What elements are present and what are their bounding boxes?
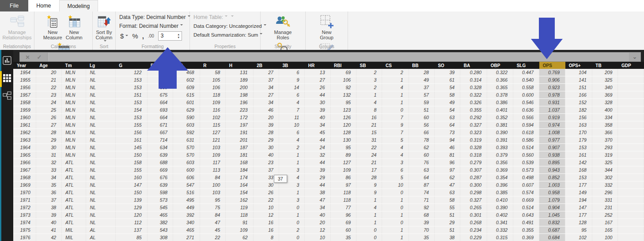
- cell[interactable]: 28: [36, 129, 61, 136]
- cell[interactable]: 10: [253, 204, 279, 211]
- cell[interactable]: 1: [382, 99, 409, 106]
- cell[interactable]: 0.514: [513, 204, 539, 211]
- cell[interactable]: [618, 174, 644, 181]
- cell[interactable]: 0.974: [539, 121, 565, 129]
- cell[interactable]: 8: [356, 106, 382, 114]
- cell[interactable]: 1: [279, 211, 304, 219]
- cell[interactable]: 0: [382, 204, 409, 211]
- cell[interactable]: 392: [173, 211, 200, 219]
- cell[interactable]: 449: [173, 204, 200, 211]
- cell[interactable]: 0.643: [513, 211, 539, 219]
- cell[interactable]: 96: [330, 211, 356, 219]
- cell[interactable]: 73: [434, 129, 460, 136]
- cell[interactable]: 0.314: [460, 76, 487, 84]
- cell[interactable]: ATL: [62, 211, 86, 219]
- cell[interactable]: 714: [147, 136, 173, 144]
- cell[interactable]: 71: [409, 196, 434, 204]
- cell[interactable]: 0.393: [487, 144, 513, 151]
- cell[interactable]: 603: [173, 159, 200, 166]
- cell[interactable]: 30: [253, 144, 279, 151]
- cell[interactable]: 127: [330, 159, 356, 166]
- column-header-so[interactable]: SO: [434, 62, 460, 69]
- cell[interactable]: 7: [382, 129, 409, 136]
- cell[interactable]: 16: [356, 114, 382, 121]
- cell[interactable]: 84: [200, 174, 226, 181]
- cell[interactable]: NL: [86, 76, 115, 84]
- cell[interactable]: 2: [356, 69, 382, 76]
- cell[interactable]: 1957: [13, 91, 36, 99]
- cell[interactable]: NL: [86, 189, 115, 196]
- cell[interactable]: 0.402: [487, 211, 513, 219]
- cell[interactable]: 37: [409, 84, 434, 91]
- cell[interactable]: 0.328: [460, 84, 487, 91]
- cell[interactable]: MLN: [62, 144, 86, 151]
- cell[interactable]: 7: [382, 114, 409, 121]
- cell[interactable]: 149: [565, 189, 592, 196]
- cell[interactable]: 0: [279, 234, 304, 241]
- cell[interactable]: 95: [565, 226, 592, 234]
- cell[interactable]: 39: [36, 211, 61, 219]
- cell[interactable]: 293: [592, 144, 618, 151]
- cell[interactable]: 62: [409, 144, 434, 151]
- cell[interactable]: 91: [226, 219, 253, 226]
- cell[interactable]: 2: [279, 226, 304, 234]
- cell[interactable]: ATL: [62, 174, 86, 181]
- cell[interactable]: 153: [565, 174, 592, 181]
- cell[interactable]: 121: [200, 136, 226, 144]
- cell[interactable]: 45: [200, 226, 226, 234]
- cell[interactable]: 153: [115, 84, 147, 91]
- cell[interactable]: 675: [147, 91, 173, 99]
- cell[interactable]: 109: [200, 151, 226, 159]
- cell[interactable]: 112: [115, 219, 147, 226]
- cell[interactable]: 4: [356, 99, 382, 106]
- cell[interactable]: 60: [409, 114, 434, 121]
- cell[interactable]: ATL: [62, 204, 86, 211]
- cell[interactable]: 0.279: [460, 159, 487, 166]
- cell[interactable]: 1958: [13, 99, 36, 106]
- cell[interactable]: 308: [147, 234, 173, 241]
- cell[interactable]: [618, 136, 644, 144]
- report-view-button[interactable]: [2, 56, 12, 67]
- cell[interactable]: 62: [434, 174, 460, 181]
- cell[interactable]: 0.852: [539, 174, 565, 181]
- cell[interactable]: 174: [226, 174, 253, 181]
- cell[interactable]: 58: [200, 69, 226, 76]
- cell[interactable]: ATL: [62, 219, 86, 226]
- decimal-places-spinner[interactable]: 3 ▴▾: [158, 31, 182, 41]
- column-header-pa[interactable]: PA: [147, 62, 173, 69]
- cell[interactable]: 1976: [13, 234, 36, 241]
- cell[interactable]: 1: [382, 226, 409, 234]
- cell[interactable]: 0.573: [513, 166, 539, 174]
- cell[interactable]: 182: [565, 106, 592, 114]
- cell[interactable]: 0.355: [513, 226, 539, 234]
- cell[interactable]: 153: [115, 99, 147, 106]
- data-category-dropdown[interactable]: Data Category: Uncategorized: [190, 22, 260, 30]
- cell[interactable]: 3: [279, 196, 304, 204]
- cell[interactable]: 164: [226, 181, 253, 189]
- cell[interactable]: NL: [86, 121, 115, 129]
- cell[interactable]: 24: [356, 151, 382, 159]
- cell[interactable]: MLN: [62, 69, 86, 76]
- cell[interactable]: 69: [330, 219, 356, 226]
- cell[interactable]: 131: [226, 69, 253, 76]
- cell[interactable]: 61: [434, 76, 460, 84]
- cell[interactable]: 0.600: [513, 91, 539, 99]
- cell[interactable]: 340: [592, 84, 618, 91]
- cell[interactable]: 29: [253, 136, 279, 144]
- cell[interactable]: 600: [173, 166, 200, 174]
- cell[interactable]: [618, 144, 644, 151]
- cell[interactable]: 0.328: [460, 144, 487, 151]
- cell[interactable]: 0: [382, 106, 409, 114]
- cell[interactable]: 252: [592, 211, 618, 219]
- cell[interactable]: 358: [592, 121, 618, 129]
- cell[interactable]: 509: [147, 69, 173, 76]
- cell[interactable]: 328: [592, 99, 618, 106]
- cell[interactable]: 468: [173, 69, 200, 76]
- cell[interactable]: 1972: [13, 204, 36, 211]
- cell[interactable]: 153: [115, 76, 147, 84]
- cell[interactable]: 20: [36, 69, 61, 76]
- cell[interactable]: 11: [279, 114, 304, 121]
- cell[interactable]: 0.931: [539, 99, 565, 106]
- manage-relationships-button[interactable]: Manage Relationships: [0, 13, 34, 40]
- cell[interactable]: 8: [253, 234, 279, 241]
